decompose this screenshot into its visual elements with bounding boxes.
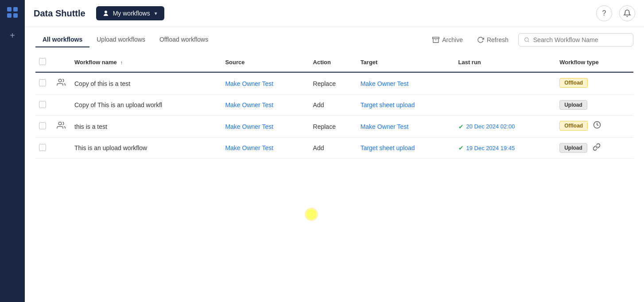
tab-upload-workflows[interactable]: Upload workflows bbox=[89, 32, 152, 47]
cell-workflow-type: Upload bbox=[556, 95, 633, 115]
cell-action: Replace bbox=[310, 116, 357, 138]
cell-last-run bbox=[455, 72, 556, 95]
table-row: This is an upload workflowMake Owner Tes… bbox=[35, 138, 633, 159]
th-action: Action bbox=[310, 53, 357, 72]
row-checkbox-1[interactable] bbox=[39, 79, 46, 86]
search-icon bbox=[524, 37, 530, 43]
source-link[interactable]: Make Owner Test bbox=[225, 80, 273, 87]
svg-rect-0 bbox=[7, 7, 12, 12]
archive-label: Archive bbox=[442, 36, 463, 43]
row-checkbox-2[interactable] bbox=[39, 101, 46, 108]
search-box[interactable] bbox=[518, 33, 633, 46]
table-row: Copy of this is a testMake Owner TestRep… bbox=[35, 72, 633, 95]
target-link[interactable]: Target sheet upload bbox=[361, 101, 415, 108]
add-button[interactable]: + bbox=[5, 28, 19, 43]
clock-icon[interactable] bbox=[593, 121, 601, 131]
cell-last-run bbox=[455, 95, 556, 116]
table-row: Copy of This is an upload workflMake Own… bbox=[35, 95, 633, 116]
cell-source[interactable]: Make Owner Test bbox=[221, 116, 309, 138]
refresh-button[interactable]: Refresh bbox=[473, 34, 513, 46]
cell-target[interactable]: Target sheet upload bbox=[357, 95, 455, 116]
refresh-icon bbox=[477, 36, 484, 43]
cell-name: this is a test bbox=[71, 116, 221, 138]
last-run-value: ✔ 20 Dec 2024 02:00 bbox=[458, 123, 553, 130]
search-input[interactable] bbox=[533, 36, 628, 43]
row-checkbox-4[interactable] bbox=[39, 144, 46, 151]
bell-icon bbox=[623, 9, 631, 17]
cell-action: Replace bbox=[310, 72, 357, 95]
th-icon bbox=[53, 53, 71, 72]
table-body: Copy of this is a testMake Owner TestRep… bbox=[35, 72, 633, 159]
cell-target[interactable]: Make Owner Test bbox=[357, 116, 455, 138]
cell-name: This is an upload workflow bbox=[71, 138, 221, 159]
table-row: this is a testMake Owner TestReplaceMake… bbox=[35, 116, 633, 138]
tabs: All workflows Upload workflows Offload w… bbox=[35, 32, 215, 47]
archive-button[interactable]: Archive bbox=[428, 34, 467, 46]
target-link[interactable]: Target sheet upload bbox=[361, 144, 415, 151]
toolbar-right: Archive Refresh bbox=[428, 33, 633, 46]
success-icon: ✔ bbox=[458, 123, 464, 130]
target-link[interactable]: Make Owner Test bbox=[361, 80, 409, 87]
cell-source[interactable]: Make Owner Test bbox=[221, 138, 309, 159]
cell-workflow-type: Upload bbox=[556, 138, 633, 158]
svg-point-6 bbox=[525, 38, 529, 42]
svg-point-8 bbox=[58, 79, 62, 82]
sort-arrow-icon: ↑ bbox=[120, 60, 123, 65]
cell-action: Add bbox=[310, 138, 357, 159]
last-run-value: ✔ 19 Dec 2024 19:45 bbox=[458, 144, 553, 151]
workflow-type-badge: Upload bbox=[559, 143, 587, 153]
th-last-run: Last run bbox=[455, 53, 556, 72]
table-container: Workflow name ↑ Source Action Target Las… bbox=[25, 53, 644, 302]
workflow-type-badge: Offload bbox=[559, 78, 588, 88]
link-icon[interactable] bbox=[593, 143, 601, 153]
my-workflows-button[interactable]: My workflows ▼ bbox=[96, 6, 164, 20]
th-target: Target bbox=[357, 53, 455, 72]
notification-button[interactable] bbox=[619, 5, 635, 21]
th-workflow-name[interactable]: Workflow name ↑ bbox=[71, 53, 221, 72]
sidebar: + bbox=[0, 0, 25, 302]
person-icon bbox=[102, 10, 109, 17]
cell-target[interactable]: Target sheet upload bbox=[357, 138, 455, 159]
source-link[interactable]: Make Owner Test bbox=[225, 144, 273, 151]
cell-source[interactable]: Make Owner Test bbox=[221, 95, 309, 116]
shared-icon bbox=[57, 80, 66, 89]
chevron-down-icon: ▼ bbox=[154, 11, 158, 16]
th-source: Source bbox=[221, 53, 309, 72]
cell-workflow-type: Offload bbox=[556, 73, 633, 93]
row-checkbox-3[interactable] bbox=[39, 122, 46, 129]
workflows-table: Workflow name ↑ Source Action Target Las… bbox=[35, 53, 633, 159]
select-all-checkbox[interactable] bbox=[39, 58, 46, 65]
header: Data Shuttle My workflows ▼ ? bbox=[25, 0, 644, 27]
source-link[interactable]: Make Owner Test bbox=[225, 123, 273, 130]
cell-source[interactable]: Make Owner Test bbox=[221, 72, 309, 95]
workflow-type-badge: Offload bbox=[559, 121, 588, 131]
svg-rect-2 bbox=[7, 13, 12, 18]
svg-line-7 bbox=[528, 41, 529, 42]
archive-icon bbox=[432, 36, 439, 43]
plus-icon: + bbox=[10, 31, 15, 41]
help-circle-icon: ? bbox=[602, 9, 606, 17]
cell-action: Add bbox=[310, 95, 357, 116]
th-select-all bbox=[35, 53, 53, 72]
th-workflow-type: Workflow type bbox=[556, 53, 633, 72]
tab-all-workflows[interactable]: All workflows bbox=[35, 32, 89, 47]
cell-target[interactable]: Make Owner Test bbox=[357, 72, 455, 95]
cell-last-run: ✔ 19 Dec 2024 19:45 bbox=[455, 138, 556, 159]
refresh-label: Refresh bbox=[487, 36, 508, 43]
svg-point-9 bbox=[58, 122, 62, 125]
cell-workflow-type: Offload bbox=[556, 116, 633, 136]
cell-name: Copy of This is an upload workfl bbox=[71, 95, 221, 116]
success-icon: ✔ bbox=[458, 144, 464, 151]
toolbar: All workflows Upload workflows Offload w… bbox=[25, 27, 644, 53]
svg-rect-3 bbox=[13, 13, 18, 18]
source-link[interactable]: Make Owner Test bbox=[225, 101, 273, 108]
table-header: Workflow name ↑ Source Action Target Las… bbox=[35, 53, 633, 72]
my-workflows-label: My workflows bbox=[113, 10, 150, 17]
svg-rect-1 bbox=[13, 7, 18, 12]
cell-name: Copy of this is a test bbox=[71, 72, 221, 95]
main-content: Data Shuttle My workflows ▼ ? All workfl… bbox=[25, 0, 644, 302]
target-link[interactable]: Make Owner Test bbox=[361, 123, 409, 130]
help-button[interactable]: ? bbox=[596, 5, 612, 21]
app-title: Data Shuttle bbox=[34, 8, 85, 19]
tab-offload-workflows[interactable]: Offload workflows bbox=[152, 32, 215, 47]
